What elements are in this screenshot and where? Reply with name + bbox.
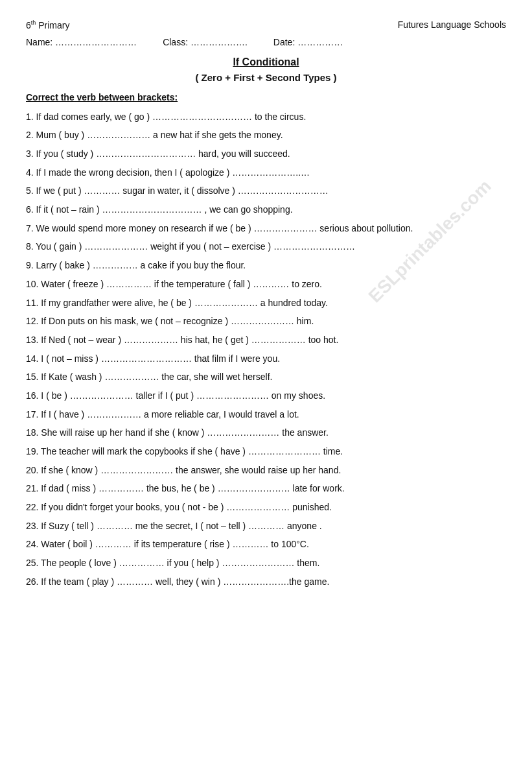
exercise-item-14: 14. I ( not – miss ) ………………………… that fil… bbox=[26, 352, 506, 366]
subtitle: ( Zero + First + Second Types ) bbox=[26, 72, 506, 83]
exercise-item-9: 9. Larry ( bake ) …………… a cake if you bu… bbox=[26, 259, 506, 273]
page-header: 6th Primary Futures Language Schools bbox=[26, 19, 506, 30]
exercise-item-8: 8. You ( gain ) ………………… weight if you ( … bbox=[26, 240, 506, 254]
class-field: Class: ………………. bbox=[163, 37, 248, 47]
exercise-item-5: 5. If we ( put ) ………… sugar in water, it… bbox=[26, 184, 506, 198]
exercise-item-22: 22. If you didn't forget your books, you… bbox=[26, 501, 506, 515]
exercise-item-6: 6. If it ( not – rain ) …………………………… , we… bbox=[26, 203, 506, 217]
exercise-item-20: 20. If she ( know ) …………………… the answer,… bbox=[26, 464, 506, 478]
exercise-item-1: 1. If dad comes early, we ( go ) …………………… bbox=[26, 110, 506, 124]
exercise-item-24: 24. Water ( boil ) ………… if its temperatu… bbox=[26, 538, 506, 552]
exercise-item-21: 21. If dad ( miss ) …………… the bus, he ( … bbox=[26, 482, 506, 496]
exercise-item-19: 19. The teacher will mark the copybooks … bbox=[26, 445, 506, 459]
exercise-item-11: 11. If my grandfather were alive, he ( b… bbox=[26, 296, 506, 311]
exercise-item-23: 23. If Suzy ( tell ) ………… me the secret,… bbox=[26, 519, 506, 534]
exercise-item-18: 18. She will raise up her hand if she ( … bbox=[26, 426, 506, 440]
instruction: Correct the verb between brackets: bbox=[26, 92, 506, 102]
date-field: Date: …………… bbox=[273, 37, 343, 47]
school-name: Futures Language Schools bbox=[398, 19, 506, 30]
school-level: 6th Primary bbox=[26, 19, 69, 30]
exercise-item-3: 3. If you ( study ) …………………………… hard, yo… bbox=[26, 147, 506, 161]
main-title: If Conditional bbox=[26, 56, 506, 68]
exercise-item-10: 10. Water ( freeze ) …………… if the temper… bbox=[26, 278, 506, 292]
exercise-item-15: 15. If Kate ( wash ) ……………… the car, she… bbox=[26, 370, 506, 385]
exercise-item-12: 12. If Don puts on his mask, we ( not – … bbox=[26, 314, 506, 329]
student-info-row: Name: ……………………… Class: ………………. Date: ………… bbox=[26, 37, 506, 47]
name-field: Name: ……………………… bbox=[26, 37, 137, 47]
exercise-item-17: 17. If I ( have ) ……………… a more reliable… bbox=[26, 408, 506, 422]
exercise-item-7: 7. We would spend more money on research… bbox=[26, 222, 506, 236]
exercise-item-4: 4. If I made the wrong decision, then I … bbox=[26, 166, 506, 180]
exercise-item-16: 16. I ( be ) ………………… taller if I ( put )… bbox=[26, 389, 506, 403]
exercise-item-2: 2. Mum ( buy ) ………………… a new hat if she … bbox=[26, 128, 506, 143]
exercise-list: 1. If dad comes early, we ( go ) …………………… bbox=[26, 110, 506, 589]
exercise-item-25: 25. The people ( love ) …………… if you ( h… bbox=[26, 556, 506, 571]
exercise-item-26: 26. If the team ( play ) ………… well, they… bbox=[26, 575, 506, 589]
title-section: If Conditional ( Zero + First + Second T… bbox=[26, 56, 506, 83]
exercise-item-13: 13. If Ned ( not – wear ) ……………… his hat… bbox=[26, 333, 506, 348]
superscript: th bbox=[31, 19, 36, 26]
